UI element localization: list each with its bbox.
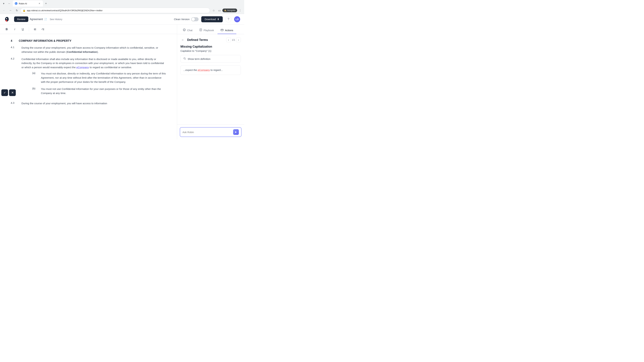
playbook-icon — [199, 28, 202, 32]
svg-marker-8 — [42, 29, 42, 30]
panel-section-header: ← Defined Terms ‹ 1/1 › — [180, 37, 241, 42]
see-history-btn[interactable]: See History — [48, 17, 64, 21]
clause-4-2-text-after: to regard as confidential or sensitive. — [89, 66, 132, 69]
breadcrumb: Agreement 📄 — [30, 18, 47, 21]
panel-nav: ‹ 1/1 › — [226, 37, 241, 42]
agreement-label: Agreement — [30, 18, 43, 21]
toggle-knob — [192, 17, 195, 21]
ask-robin-input[interactable] — [182, 131, 232, 134]
sub-clause-b-label: (b) — [32, 87, 38, 95]
header-right: Clean Version Download ⬇ ? LD — [174, 16, 240, 22]
panel-back-btn[interactable]: ← — [180, 37, 185, 42]
actions-tab-label: Actions — [225, 29, 233, 32]
tab-bar: ▼ ← Robin AI ✕ + — [0, 0, 244, 7]
avatar-btn[interactable]: LD — [234, 16, 240, 22]
underline-btn[interactable]: U — [20, 27, 26, 32]
clause-4-1: 4.1 During the course of your employment… — [11, 46, 166, 54]
url-text: app.robinai.co.uk/review/contract/Q29udH… — [27, 9, 208, 12]
clause-4-3-num: 4.3 — [11, 101, 18, 106]
clean-version-label: Clean Version — [174, 18, 190, 21]
file-icon: 📄 — [44, 18, 47, 21]
panel-prev-btn[interactable]: ‹ — [226, 37, 231, 42]
robin-logo — [4, 16, 10, 22]
tab-close-btn[interactable]: ✕ — [38, 2, 41, 5]
toolbar-divider — [29, 27, 29, 31]
clause-4-1-num: 4.1 — [11, 46, 18, 54]
playbook-tab[interactable]: Playbook — [196, 27, 217, 34]
chat-tab-label: Chat — [187, 29, 192, 32]
indent-increase-icon — [42, 28, 44, 31]
browser-back-btn[interactable]: ← — [7, 1, 12, 6]
clean-version-toggle[interactable] — [191, 17, 198, 21]
section-4-num: 4 — [11, 39, 15, 42]
clause-4-1-text-after: ). — [97, 50, 98, 53]
download-label: Download — [204, 18, 216, 21]
forward-btn[interactable]: → — [8, 8, 13, 13]
incognito-badge: 🕵 Incognito — [222, 8, 237, 12]
reload-btn[interactable]: ↻ — [14, 8, 20, 13]
italic-btn[interactable]: i — [12, 27, 18, 32]
svg-rect-14 — [221, 29, 223, 31]
editor-area: B i U — [0, 25, 177, 139]
search-icon — [183, 57, 186, 60]
show-term-definition-btn[interactable]: Show term definition — [180, 55, 241, 63]
clause-4-1-text: During the course of your employment, yo… — [22, 46, 166, 54]
extensions-btn[interactable]: ▭ — [217, 8, 222, 13]
bold-btn[interactable]: B — [4, 27, 10, 32]
bookmark-btn[interactable]: ☆ — [211, 8, 216, 13]
logo — [4, 16, 10, 22]
svg-point-9 — [183, 29, 186, 31]
svg-marker-4 — [34, 29, 35, 30]
panel-tabs: Chat Playbook — [177, 25, 244, 34]
back-btn[interactable]: ← — [1, 8, 7, 13]
indent-increase-btn[interactable] — [40, 27, 46, 32]
clause-4-3: 4.3 During the course of your employment… — [11, 101, 166, 106]
section-4-title: COMPANY INFORMATION & PROPERTY — [19, 39, 72, 42]
chat-tab[interactable]: Chat — [180, 27, 196, 34]
tab-dropdown-btn[interactable]: ▼ — [1, 1, 6, 6]
download-btn[interactable]: Download ⬇ — [201, 16, 223, 22]
context-card: ...expect the eCompany to regard... — [180, 65, 241, 75]
context-text-after: to regard... — [210, 68, 223, 71]
indent-decrease-btn[interactable] — [32, 27, 38, 32]
address-bar[interactable]: 🔒 app.robinai.co.uk/review/contract/Q29u… — [20, 8, 210, 13]
send-icon: ► — [234, 131, 237, 134]
ask-robin-section: ► — [177, 124, 244, 139]
menu-btn[interactable]: ⋮ — [238, 8, 243, 13]
actions-tab[interactable]: Actions — [218, 27, 236, 34]
document-content: ✓ ✕ 4 COMPANY INFORMATION & PROPERTY 4.1… — [0, 34, 177, 139]
panel-next-btn[interactable]: › — [236, 37, 241, 42]
clause-4-1-bold-term: Confidential Information — [67, 50, 97, 53]
clause-4-3-text: During the course of your employment, yo… — [22, 101, 107, 106]
browser-actions: ☆ ▭ 🕵 Incognito ⋮ — [211, 8, 243, 13]
address-bar-row: ← → ↻ 🔒 app.robinai.co.uk/review/contrac… — [0, 7, 244, 14]
indent-decrease-icon — [34, 28, 36, 31]
tab-favicon — [15, 2, 18, 5]
missing-cap-desc: Capitalize to "Company" (1) — [180, 49, 241, 52]
panel-section-title: Defined Terms — [187, 38, 224, 42]
clean-version-wrapper: Clean Version — [174, 17, 198, 21]
review-btn[interactable]: Review — [14, 16, 28, 22]
clause-4-2-highlight[interactable]: eCompany — [76, 66, 89, 69]
context-highlight: eCompany — [198, 68, 210, 71]
clause-4-2: 4.2 Confidential Information shall also … — [11, 57, 166, 98]
panel-page-indicator: 1/1 — [232, 38, 235, 41]
accept-btn[interactable]: ✓ — [1, 89, 8, 96]
ask-robin-input-wrapper: ► — [180, 127, 242, 137]
actions-icon — [220, 28, 224, 32]
reject-btn[interactable]: ✕ — [9, 89, 16, 96]
download-icon: ⬇ — [217, 18, 219, 21]
chat-icon — [183, 28, 186, 32]
ask-robin-send-btn[interactable]: ► — [233, 129, 239, 135]
panel-content: ← Defined Terms ‹ 1/1 › Missing Capitali… — [177, 34, 244, 124]
sub-clauses: (a) You must not disclose, directly or i… — [32, 71, 166, 95]
sub-clause-a-label: (a) — [32, 71, 38, 84]
new-tab-btn[interactable]: + — [44, 1, 48, 6]
sub-clause-a: (a) You must not disclose, directly or i… — [32, 71, 166, 84]
floating-actions: ✓ ✕ — [1, 89, 16, 96]
help-btn[interactable]: ? — [226, 16, 232, 22]
svg-line-17 — [185, 59, 186, 60]
clause-4-2-text: Confidential Information shall also incl… — [22, 58, 164, 69]
right-panel: Chat Playbook — [177, 25, 244, 139]
lock-icon: 🔒 — [23, 9, 26, 12]
